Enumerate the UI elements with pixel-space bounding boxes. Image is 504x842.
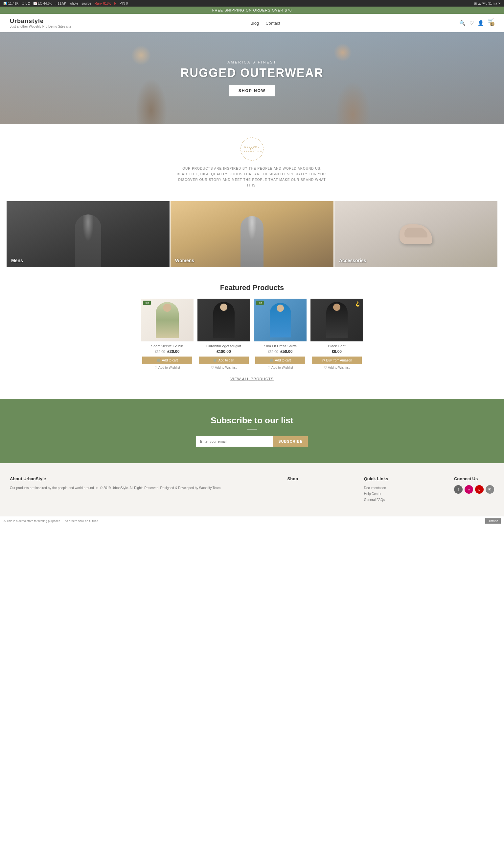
- wishlist-button-3[interactable]: ♡ Add to Wishlist: [255, 366, 305, 370]
- amazon-icon: 🏷: [322, 359, 325, 362]
- hero-subtitle: AMERICA'S FINEST: [180, 60, 323, 64]
- featured-title: Featured Products: [6, 283, 498, 292]
- stat-pin: PIN 0: [120, 2, 128, 5]
- product-image-4[interactable]: 🪝: [310, 299, 363, 341]
- dismiss-button[interactable]: Dismiss: [485, 518, 501, 523]
- product-card-4: 🪝 Black Coat £9.00 🏷 Buy from Amazon ♡ A…: [310, 299, 363, 372]
- product-figure-2: [213, 302, 235, 338]
- womens-figure: [240, 216, 264, 267]
- wishlist-button-2[interactable]: ♡ Add to Wishlist: [199, 366, 249, 370]
- price-old-3: £59.00: [268, 350, 278, 354]
- mens-figure: [75, 214, 101, 267]
- footer-link-faqs[interactable]: General FAQs: [364, 497, 388, 503]
- facebook-icon[interactable]: f: [454, 485, 463, 494]
- cart-icon[interactable]: 🛒 0: [488, 18, 494, 28]
- instagram-icon[interactable]: in: [465, 485, 473, 494]
- price-old-1: £39.00: [155, 350, 165, 354]
- stat-lo: 📈 LO 44.6K: [33, 2, 52, 5]
- footer-links-heading: Quick Links: [364, 476, 388, 481]
- cart-icon-3: 🛒: [270, 359, 274, 362]
- category-womens[interactable]: Womens: [170, 201, 334, 267]
- category-mens-label: Mens: [11, 258, 23, 263]
- product-price-1: £39.00 £30.00: [142, 349, 192, 354]
- product-card-1: -5% Short Sleeve T-Shirt £39.00 £30.00 🛒…: [141, 299, 194, 372]
- footer-col-about: About UrbanStyle Our products are inspir…: [10, 476, 221, 503]
- category-accessories[interactable]: Accessories: [335, 201, 498, 267]
- bottom-bar: ⚠ This is a demo store for testing purpo…: [0, 516, 504, 526]
- nav-contact[interactable]: Contact: [266, 21, 280, 25]
- category-grid: Mens Womens Accessories: [0, 201, 504, 267]
- footer-about-text: Our products are inspired by the people …: [10, 485, 221, 491]
- footer-shop-heading: Shop: [287, 476, 298, 481]
- wishlist-button-1[interactable]: ♡ Add to Wishlist: [142, 366, 192, 370]
- footer-link-docs[interactable]: Documentation: [364, 485, 388, 491]
- category-womens-label: Womens: [175, 258, 194, 263]
- footer-connect-heading: Connect Us: [454, 476, 494, 481]
- heart-icon-1: ♡: [155, 366, 157, 370]
- about-circle: WELCOMETOURBANSTYLE: [240, 137, 264, 160]
- heart-icon-2: ♡: [211, 366, 214, 370]
- product-image-1[interactable]: -5%: [141, 299, 194, 341]
- price-new-3: £50.00: [281, 349, 293, 354]
- wishlist-button-4[interactable]: ♡ Add to Wishlist: [312, 366, 362, 370]
- add-to-cart-button-1[interactable]: 🛒 Add to cart: [142, 357, 192, 364]
- add-to-cart-button-2[interactable]: 🛒 Add to cart: [199, 357, 249, 364]
- subscribe-section: Subscribe to our list SUBSCRIBE: [0, 399, 504, 463]
- product-name-4: Black Coat: [312, 344, 362, 348]
- product-info-4: Black Coat £9.00 🏷 Buy from Amazon ♡ Add…: [310, 341, 363, 372]
- pinterest-icon[interactable]: p: [475, 485, 484, 494]
- about-section: WELCOMETOURBANSTYLE OUR PRODUCTS ARE INS…: [170, 124, 334, 201]
- account-icon[interactable]: 👤: [478, 20, 484, 26]
- announcement-bar: FREE SHIPPING ON ORDERS OVER $70: [0, 6, 504, 14]
- search-icon[interactable]: 🔍: [459, 20, 466, 26]
- hanger-icon: 🪝: [355, 301, 360, 307]
- products-grid: -5% Short Sleeve T-Shirt £39.00 £30.00 🛒…: [6, 299, 498, 372]
- buy-amazon-button-4[interactable]: 🏷 Buy from Amazon: [312, 357, 362, 364]
- stat-11k: 📊 11.41K: [3, 2, 18, 5]
- featured-products-section: Featured Products -5% Short Sleeve T-Shi…: [0, 277, 504, 392]
- subscribe-form: SUBSCRIBE: [196, 436, 308, 447]
- hero-content: AMERICA'S FINEST RUGGED OUTERWEAR SHOP N…: [180, 60, 323, 97]
- product-info-1: Short Sleeve T-Shirt £39.00 £30.00 🛒 Add…: [141, 341, 194, 372]
- site-header: Urbanstyle Just another Woostify Pro Dem…: [0, 14, 504, 32]
- footer-grid: About UrbanStyle Our products are inspir…: [10, 476, 494, 503]
- stat-source: source: [82, 2, 91, 5]
- product-figure-4: [326, 302, 348, 338]
- nav-blog[interactable]: Blog: [250, 21, 259, 25]
- footer-col-shop: Shop: [287, 476, 298, 503]
- product-name-2: Curabitur eget feugiat: [199, 344, 249, 348]
- cart-count: 0: [490, 22, 494, 26]
- cart-icon-2: 🛒: [213, 359, 217, 362]
- product-figure-3: [270, 303, 291, 338]
- hero-section: AMERICA'S FINEST RUGGED OUTERWEAR SHOP N…: [0, 32, 504, 124]
- browser-controls: ⊞ ☁ ✉ 8 31 nia ✕: [474, 2, 501, 5]
- hero-shop-now-button[interactable]: SHOP NOW: [229, 85, 275, 97]
- stat-rank: Rank 818K: [95, 2, 111, 5]
- cart-icon-1: 🛒: [157, 359, 161, 362]
- view-all-products-link[interactable]: VIEW ALL PRODUCTS: [6, 372, 498, 382]
- subscribe-button[interactable]: SUBSCRIBE: [273, 436, 308, 447]
- email-input[interactable]: [196, 436, 273, 447]
- stat-l2: ⊙ L 2: [22, 2, 30, 5]
- demo-notice: ⚠ This is a demo store for testing purpo…: [3, 519, 99, 522]
- email-social-icon[interactable]: ✉: [486, 485, 494, 494]
- footer-col-connect: Connect Us f in p ✉: [454, 476, 494, 503]
- stat-p: P: [114, 2, 116, 5]
- product-price-4: £9.00: [312, 349, 362, 354]
- subscribe-title: Subscribe to our list: [6, 415, 498, 426]
- price-new-2: £180.00: [217, 349, 231, 354]
- category-mens[interactable]: Mens: [6, 201, 169, 267]
- product-image-3[interactable]: -4%: [254, 299, 307, 341]
- product-image-2[interactable]: [197, 299, 250, 341]
- footer-about-heading: About UrbanStyle: [10, 476, 221, 481]
- site-footer: About UrbanStyle Our products are inspir…: [0, 463, 504, 516]
- add-to-cart-button-3[interactable]: 🛒 Add to cart: [255, 357, 305, 364]
- stat-11-5k: ↕ 11.5K: [55, 2, 66, 5]
- logo-area: Urbanstyle Just another Woostify Pro Dem…: [10, 18, 71, 28]
- price-new-4: £9.00: [332, 349, 342, 354]
- product-price-2: £180.00: [199, 349, 249, 354]
- footer-link-help[interactable]: Help Center: [364, 491, 388, 497]
- site-logo[interactable]: Urbanstyle: [10, 18, 71, 25]
- product-price-3: £59.00 £50.00: [255, 349, 305, 354]
- wishlist-icon[interactable]: ♡: [469, 20, 474, 26]
